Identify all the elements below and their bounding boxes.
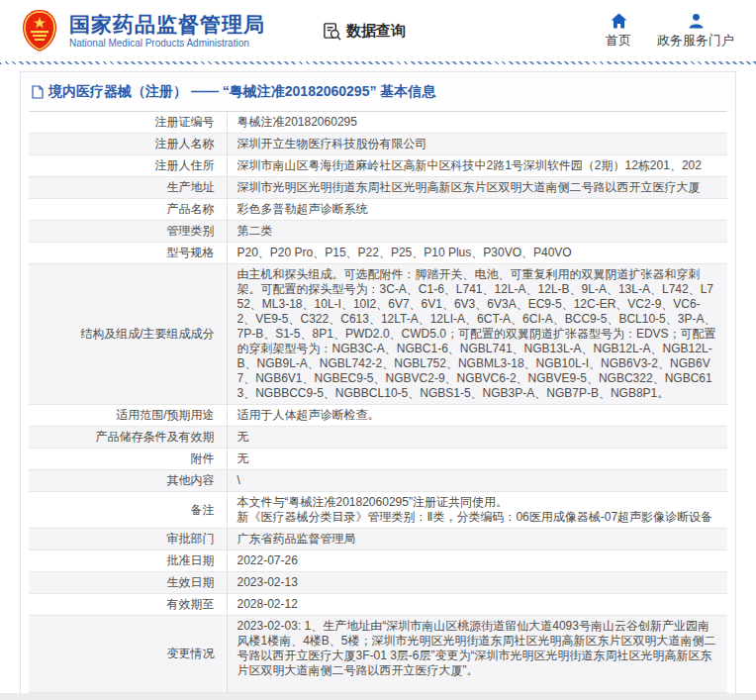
row-value: 2023-02-03: 1、生产地址由“深圳市南山区桃源街道留仙大道4093号南… (227, 616, 727, 693)
nav-gov-portal[interactable]: 政务服务门户 (657, 13, 734, 50)
row-value: 由主机和探头组成。可选配附件：脚踏开关、电池、可重复利用的双翼阴道扩张器和穿刺架… (227, 264, 727, 405)
row-label: 产品储存条件及有效期 (29, 427, 227, 449)
document-icon (32, 85, 44, 99)
row-value: 彩色多普勒超声诊断系统 (227, 199, 727, 221)
table-row-other-content: 其他内容 \ (29, 470, 727, 492)
top-nav: 首页 政务服务门户 (606, 13, 734, 50)
table-row-approval-department: 审批部门 广东省药品监督管理局 (29, 529, 727, 550)
table-row-remarks: 备注 本文件与“粤械注准20182060295”注册证共同使用。 新《医疗器械分… (29, 492, 727, 529)
document-search-icon (323, 22, 341, 41)
table-row-attachments: 附件 无 (29, 449, 727, 470)
row-label: 注册证编号 (29, 112, 227, 134)
row-label: 型号规格 (29, 243, 227, 264)
row-label: 生效日期 (29, 572, 227, 594)
row-label: 附件 (29, 449, 227, 470)
row-label: 审批部门 (29, 529, 227, 550)
nav-data-query[interactable]: 数据查询 (323, 22, 406, 41)
table-row-model-spec: 型号规格 P20、P20 Pro、P15、P22、P25、P10 Plus、P3… (29, 243, 727, 264)
content-box: 境内医疗器械（注册） —— “粤械注准20182060295” 基本信息 注册证… (20, 71, 736, 700)
org-name-cn: 国家药品监督管理局 (69, 13, 265, 37)
page-title-bar: 境内医疗器械（注册） —— “粤械注准20182060295” 基本信息 (21, 72, 735, 109)
row-value: 无 (227, 449, 727, 470)
info-table: 注册证编号 粤械注准20182060295 注册人名称 深圳开立生物医疗科技股份… (29, 111, 727, 700)
row-label: 备注 (29, 492, 227, 529)
user-icon (688, 13, 705, 29)
table-row-management-class: 管理类别 第二类 (29, 221, 727, 243)
table-row-expiry-date: 有效期至 2028-02-12 (29, 594, 727, 616)
row-label: 生产地址 (29, 177, 227, 199)
org-names: 国家药品监督管理局 National Medical Products Admi… (69, 13, 265, 49)
table-row-product-name: 产品名称 彩色多普勒超声诊断系统 (29, 199, 727, 221)
row-label: 适用范围/预期用途 (29, 405, 227, 427)
table-row-change-history: 变更情况 2023-02-03: 1、生产地址由“深圳市南山区桃源街道留仙大道4… (29, 616, 727, 693)
page-title: 境内医疗器械（注册） —— “粤械注准20182060295” 基本信息 (48, 83, 435, 101)
table-row-structure-composition: 结构及组成/主要组成成分 由主机和探头组成。可选配附件：脚踏开关、电池、可重复利… (29, 264, 727, 405)
row-value: 无 (227, 427, 727, 449)
row-label: 其他内容 (29, 470, 227, 492)
row-value: 2028-02-12 (227, 594, 727, 616)
nav-home-label: 首页 (606, 32, 631, 50)
row-label: 管理类别 (29, 221, 227, 243)
row-value: P20、P20 Pro、P15、P22、P25、P10 Plus、P30VO、P… (227, 243, 727, 264)
data-query-label: 数据查询 (346, 22, 406, 41)
table-row-registrant-name: 注册人名称 深圳开立生物医疗科技股份有限公司 (29, 134, 727, 155)
nav-home[interactable]: 首页 (606, 13, 631, 50)
nmpa-logo: 国家药品监督管理局 National Medical Products Admi… (22, 9, 265, 52)
row-value: \ (227, 470, 727, 492)
row-value: 深圳市光明区光明街道东周社区光明高新区东片区双明大道南侧二号路以西开立医疗大厦 (227, 177, 727, 199)
org-name-en: National Medical Products Administration (69, 38, 265, 49)
row-value: 2023-02-13 (227, 572, 727, 594)
row-label: 批准日期 (29, 550, 227, 572)
table-row-effective-date: 生效日期 2023-02-13 (29, 572, 727, 594)
national-emblem-icon (22, 9, 57, 52)
row-value: 深圳开立生物医疗科技股份有限公司 (227, 134, 727, 155)
home-icon (611, 13, 627, 29)
row-label: 产品名称 (29, 199, 227, 221)
site-header: 国家药品监督管理局 National Medical Products Admi… (0, 0, 756, 61)
row-label: 有效期至 (29, 594, 227, 616)
table-row-production-address: 生产地址 深圳市光明区光明街道东周社区光明高新区东片区双明大道南侧二号路以西开立… (29, 177, 727, 199)
row-label: 变更情况 (29, 616, 227, 693)
table-row-storage-validity: 产品储存条件及有效期 无 (29, 427, 727, 449)
row-label: 注册人名称 (29, 134, 227, 155)
nav-gov-portal-label: 政务服务门户 (657, 32, 734, 50)
row-value: 适用于人体超声诊断检查。 (227, 405, 727, 427)
table-row-approval-date: 批准日期 2022-07-26 (29, 550, 727, 572)
row-value: 第二类 (227, 221, 727, 243)
header-divider (0, 61, 756, 64)
page-footer-strip (0, 693, 756, 700)
table-row-reg-cert-no: 注册证编号 粤械注准20182060295 (29, 112, 727, 134)
row-label: 注册人住所 (29, 155, 227, 177)
table-row-intended-use: 适用范围/预期用途 适用于人体超声诊断检查。 (29, 405, 727, 427)
row-value: 粤械注准20182060295 (227, 112, 727, 134)
row-value: 本文件与“粤械注准20182060295”注册证共同使用。 新《医疗器械分类目录… (227, 492, 727, 529)
row-value: 2022-07-26 (227, 550, 727, 572)
row-value: 深圳市南山区粤海街道麻岭社区高新中区科技中2路1号深圳软件园（2期）12栋201… (227, 155, 727, 177)
table-row-registrant-address: 注册人住所 深圳市南山区粤海街道麻岭社区高新中区科技中2路1号深圳软件园（2期）… (29, 155, 727, 177)
row-label: 结构及组成/主要组成成分 (29, 264, 227, 405)
row-value: 广东省药品监督管理局 (227, 529, 727, 550)
info-table-wrap: 注册证编号 粤械注准20182060295 注册人名称 深圳开立生物医疗科技股份… (21, 109, 735, 700)
